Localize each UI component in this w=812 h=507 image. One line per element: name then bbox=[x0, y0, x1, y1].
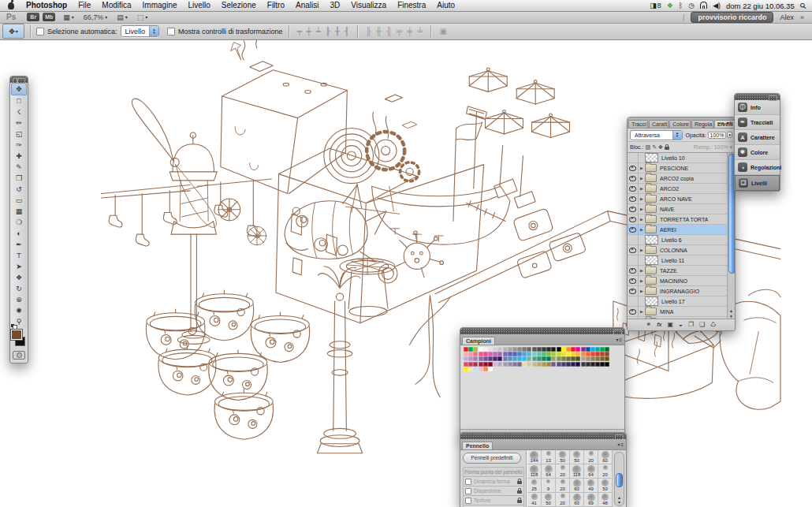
color-swatch[interactable] bbox=[532, 352, 537, 356]
brush-preset[interactable]: 144 bbox=[527, 450, 542, 464]
color-swatch[interactable] bbox=[479, 356, 483, 361]
color-swatch[interactable] bbox=[542, 347, 546, 352]
brush-preset[interactable]: 20 bbox=[556, 464, 570, 479]
color-swatch[interactable] bbox=[493, 352, 497, 356]
eyedropper-tool[interactable]: ✑ bbox=[11, 140, 27, 151]
bluetooth-icon[interactable]: ᛒ bbox=[679, 0, 683, 11]
color-swatch[interactable] bbox=[503, 356, 508, 361]
tab-regola[interactable]: Regola bbox=[691, 120, 713, 128]
color-swatch[interactable] bbox=[542, 352, 546, 356]
color-swatch[interactable] bbox=[557, 352, 561, 356]
custom-shape-tool[interactable]: ❖ bbox=[11, 272, 27, 283]
layer-row-aerei[interactable]: ▶AEREI bbox=[628, 225, 728, 235]
align-icon-0[interactable]: ┯ bbox=[295, 27, 304, 35]
visibility-toggle[interactable] bbox=[628, 184, 639, 193]
color-swatch[interactable] bbox=[493, 347, 497, 352]
color-swatch[interactable] bbox=[571, 347, 575, 352]
visibility-toggle[interactable] bbox=[628, 317, 639, 319]
color-swatch[interactable] bbox=[586, 347, 590, 352]
color-swatch[interactable] bbox=[551, 347, 556, 352]
dock-header[interactable] bbox=[735, 94, 780, 100]
brush-option-dispersione[interactable]: Dispersione bbox=[463, 486, 524, 496]
brush-preset[interactable]: 50 bbox=[570, 450, 584, 464]
layer-thumbnail[interactable] bbox=[645, 255, 658, 265]
brush-preset[interactable]: 20 bbox=[556, 493, 570, 507]
distribute-icon-3[interactable]: ╤ bbox=[394, 27, 404, 35]
color-swatch[interactable] bbox=[537, 347, 542, 352]
brush-panel-header[interactable] bbox=[460, 433, 626, 439]
color-swatch[interactable] bbox=[473, 356, 478, 361]
color-swatch[interactable] bbox=[571, 356, 575, 361]
color-swatch[interactable] bbox=[488, 362, 493, 367]
color-swatch[interactable] bbox=[503, 362, 508, 367]
color-swatch[interactable] bbox=[488, 367, 493, 371]
lock-all-icon[interactable] bbox=[665, 147, 669, 150]
visibility-toggle[interactable] bbox=[628, 214, 639, 224]
color-swatch[interactable] bbox=[488, 356, 493, 361]
color-swatch[interactable] bbox=[561, 347, 566, 352]
new-group-icon[interactable]: ❐ bbox=[688, 319, 694, 330]
menu-livello[interactable]: Livello bbox=[183, 0, 216, 11]
color-swatch[interactable] bbox=[483, 347, 488, 352]
distribute-icon-0[interactable]: ╟ bbox=[363, 27, 374, 35]
brush-preset[interactable]: 60 bbox=[570, 479, 584, 493]
checkbox[interactable] bbox=[465, 498, 471, 504]
color-swatch[interactable] bbox=[566, 347, 571, 352]
spotlight-icon[interactable]: ⚲ bbox=[798, 1, 808, 11]
color-swatch[interactable] bbox=[605, 356, 609, 361]
color-swatch[interactable] bbox=[542, 356, 546, 361]
dock-item-carattere[interactable]: ACarattere bbox=[735, 130, 780, 145]
color-swatch[interactable] bbox=[581, 347, 586, 352]
color-swatch[interactable] bbox=[566, 356, 571, 361]
brush-preset[interactable]: 50 bbox=[542, 493, 556, 507]
menu-immagine[interactable]: Immagine bbox=[137, 0, 183, 11]
visibility-toggle[interactable] bbox=[628, 296, 639, 306]
color-swatch[interactable] bbox=[595, 356, 600, 361]
disclosure-triangle-icon[interactable]: ▶ bbox=[639, 176, 645, 181]
color-swatch[interactable] bbox=[581, 356, 586, 361]
menu-modifica[interactable]: Modifica bbox=[96, 0, 136, 11]
visibility-toggle[interactable] bbox=[628, 194, 639, 203]
tab-campioni[interactable]: Campioni bbox=[462, 337, 495, 345]
lock-position-icon[interactable]: ✥ bbox=[658, 144, 663, 151]
distribute-icon-4[interactable]: ╪ bbox=[404, 27, 415, 35]
distribute-icon-1[interactable]: ╫ bbox=[374, 27, 384, 35]
brush-preset[interactable]: 25 bbox=[527, 479, 542, 493]
menu-clock[interactable]: dom 22 giu 10.06.35 bbox=[726, 2, 795, 10]
auto-select-checkbox[interactable] bbox=[36, 28, 44, 35]
color-swatch[interactable] bbox=[508, 347, 512, 352]
scroll-down-icon[interactable]: ▼ bbox=[615, 500, 624, 505]
color-swatch[interactable] bbox=[479, 352, 483, 356]
arrange-documents-button[interactable]: ▤▾ bbox=[117, 13, 128, 21]
color-swatch[interactable] bbox=[546, 352, 551, 356]
brush-preset[interactable]: 50 bbox=[556, 450, 570, 464]
color-swatch[interactable] bbox=[590, 347, 595, 352]
healing-brush-tool[interactable]: ✚ bbox=[11, 151, 27, 162]
app-notification-icon[interactable]: ◨8 bbox=[650, 0, 661, 11]
quick-mask-button[interactable] bbox=[13, 351, 25, 360]
color-swatch[interactable] bbox=[522, 347, 527, 352]
dock-item-livelli[interactable]: ❏Livelli bbox=[735, 175, 780, 191]
layer-row-pescione[interactable]: ▶PESCIONE bbox=[628, 163, 728, 173]
color-swatch[interactable] bbox=[464, 367, 468, 371]
color-swatch[interactable] bbox=[595, 352, 600, 356]
color-swatch[interactable] bbox=[532, 347, 537, 352]
layer-row-mina[interactable]: ▶MINA bbox=[628, 307, 728, 317]
color-swatch[interactable] bbox=[566, 362, 571, 367]
visibility-toggle[interactable] bbox=[628, 307, 639, 316]
visibility-toggle[interactable] bbox=[628, 204, 639, 214]
color-swatch[interactable] bbox=[537, 352, 542, 356]
menu-file[interactable]: File bbox=[73, 0, 96, 11]
color-swatch[interactable] bbox=[512, 352, 517, 356]
color-swatch[interactable] bbox=[473, 352, 478, 356]
brush-preset[interactable]: 20 bbox=[584, 450, 598, 464]
3d-rotate-tool[interactable]: ↻ bbox=[11, 283, 27, 294]
color-swatch[interactable] bbox=[605, 362, 609, 367]
disclosure-triangle-icon[interactable]: ▶ bbox=[639, 289, 645, 293]
color-swatch[interactable] bbox=[581, 362, 586, 367]
crop-tool[interactable]: ◱ bbox=[11, 129, 27, 140]
visibility-toggle[interactable] bbox=[628, 225, 639, 234]
tool-preset-picker[interactable]: ✥▾ bbox=[2, 24, 24, 39]
blur-tool[interactable]: ❍ bbox=[11, 217, 27, 228]
layer-thumbnail[interactable] bbox=[645, 235, 658, 244]
